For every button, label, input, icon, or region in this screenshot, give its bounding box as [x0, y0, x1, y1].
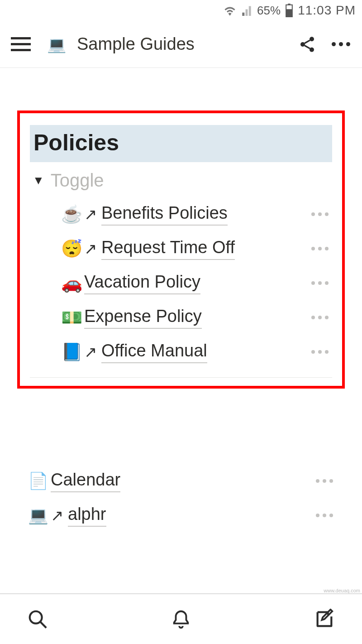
page-link-row[interactable]: 📄Calendar	[25, 464, 337, 498]
svg-point-5	[310, 47, 314, 52]
page-link-label: Office Manual	[101, 341, 207, 363]
page-link-row[interactable]: 💻↗alphr	[25, 498, 337, 533]
status-bar: 65% 11:03 PM	[0, 0, 362, 21]
notifications-icon[interactable]	[171, 609, 191, 630]
page-emoji-icon: 💻	[25, 506, 51, 525]
toggle-placeholder: Toggle	[51, 170, 104, 191]
divider	[30, 377, 332, 378]
search-icon[interactable]	[27, 609, 48, 630]
highlighted-block: Policies ▼ Toggle ☕↗Benefits Policies😴↗R…	[17, 111, 345, 389]
svg-point-3	[310, 37, 314, 41]
other-pages-list: 📄Calendar💻↗alphr	[17, 464, 345, 533]
svg-point-6	[30, 611, 42, 624]
clock: 11:03 PM	[298, 3, 356, 18]
heading-block[interactable]: Policies	[30, 125, 332, 162]
svg-rect-2	[286, 9, 292, 17]
more-icon[interactable]	[328, 38, 354, 50]
page-link-label: Request Time Off	[101, 238, 235, 260]
page-link-label: Expense Policy	[84, 307, 202, 329]
bottom-toolbar	[0, 593, 362, 644]
page-emoji-icon: 💵	[59, 308, 84, 327]
row-more-icon[interactable]	[308, 243, 332, 254]
link-arrow-icon: ↗	[84, 205, 101, 223]
row-more-icon[interactable]	[308, 278, 332, 288]
row-more-icon[interactable]	[308, 209, 332, 220]
page-link-label: Vacation Policy	[84, 272, 200, 294]
share-icon[interactable]	[295, 32, 320, 57]
page-emoji-icon: 📄	[25, 471, 51, 490]
compose-icon[interactable]	[314, 609, 335, 630]
hamburger-menu-icon[interactable]	[11, 37, 31, 51]
page-link-row[interactable]: 🚗Vacation Policy	[59, 266, 332, 300]
page-body: Policies ▼ Toggle ☕↗Benefits Policies😴↗R…	[0, 111, 362, 533]
battery-percent: 65%	[257, 4, 281, 18]
page-link-label: Calendar	[51, 470, 120, 492]
page-link-row[interactable]: 😴↗Request Time Off	[59, 231, 332, 266]
svg-line-7	[40, 622, 46, 628]
page-title[interactable]: Sample Guides	[77, 34, 286, 54]
page-link-row[interactable]: 📘↗Office Manual	[59, 335, 332, 369]
battery-icon	[285, 4, 293, 17]
page-emoji: 💻	[47, 35, 66, 53]
watermark: www.deuaq.com	[324, 588, 360, 593]
page-emoji-icon: 🚗	[59, 273, 84, 293]
page-emoji-icon: 📘	[59, 342, 84, 362]
wifi-icon	[224, 5, 236, 16]
row-more-icon[interactable]	[312, 476, 337, 486]
app-bar: 💻 Sample Guides	[0, 21, 362, 68]
toggle-block[interactable]: ▼ Toggle	[33, 170, 332, 191]
page-link-row[interactable]: 💵Expense Policy	[59, 300, 332, 335]
svg-point-4	[300, 42, 305, 47]
link-arrow-icon: ↗	[51, 506, 68, 524]
row-more-icon[interactable]	[308, 346, 332, 357]
row-more-icon[interactable]	[308, 312, 332, 323]
cell-signal-icon	[241, 5, 252, 16]
link-arrow-icon: ↗	[84, 240, 101, 258]
toggle-caret-icon[interactable]: ▼	[33, 173, 44, 187]
page-link-row[interactable]: ☕↗Benefits Policies	[59, 197, 332, 231]
page-link-label: alphr	[68, 505, 106, 527]
page-emoji-icon: 😴	[59, 239, 84, 259]
page-emoji-icon: ☕	[59, 204, 84, 224]
policy-list: ☕↗Benefits Policies😴↗Request Time Off🚗Va…	[59, 197, 332, 369]
link-arrow-icon: ↗	[84, 343, 101, 361]
row-more-icon[interactable]	[312, 510, 337, 521]
page-link-label: Benefits Policies	[101, 203, 228, 226]
